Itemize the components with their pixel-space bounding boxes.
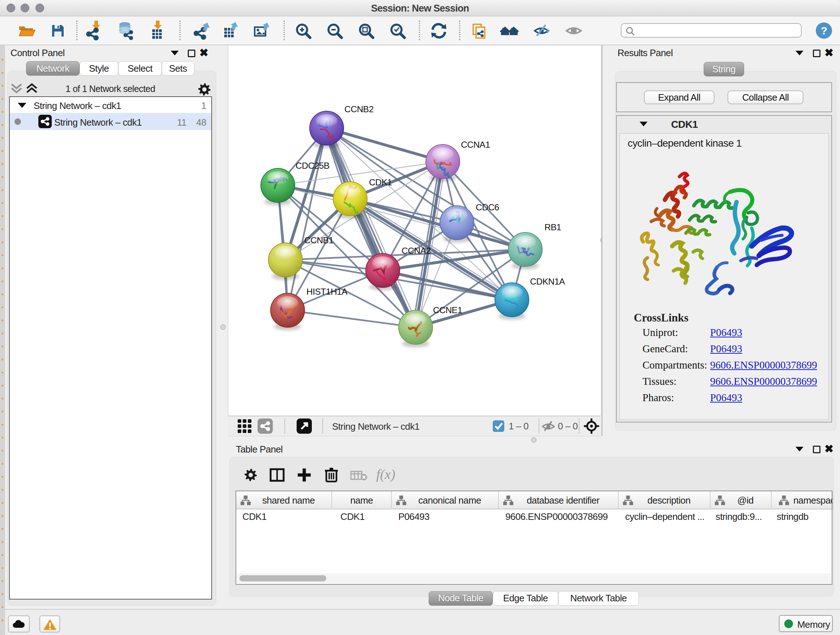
- svg-text:CDKN1A: CDKN1A: [530, 277, 565, 287]
- svg-text:CCNB1: CCNB1: [304, 235, 333, 245]
- svg-text:CCNA2: CCNA2: [401, 246, 431, 256]
- svg-text:CDC6: CDC6: [476, 203, 499, 212]
- svg-text:RB1: RB1: [545, 222, 561, 232]
- svg-text:CCNE1: CCNE1: [433, 305, 462, 315]
- svg-text:CDC25B: CDC25B: [295, 161, 330, 171]
- svg-text:HIST1H1A: HIST1H1A: [306, 287, 347, 296]
- svg-text:CDK1: CDK1: [369, 177, 392, 187]
- svg-text:CCNB2: CCNB2: [344, 104, 374, 114]
- svg-text:CCNA1: CCNA1: [461, 140, 490, 149]
